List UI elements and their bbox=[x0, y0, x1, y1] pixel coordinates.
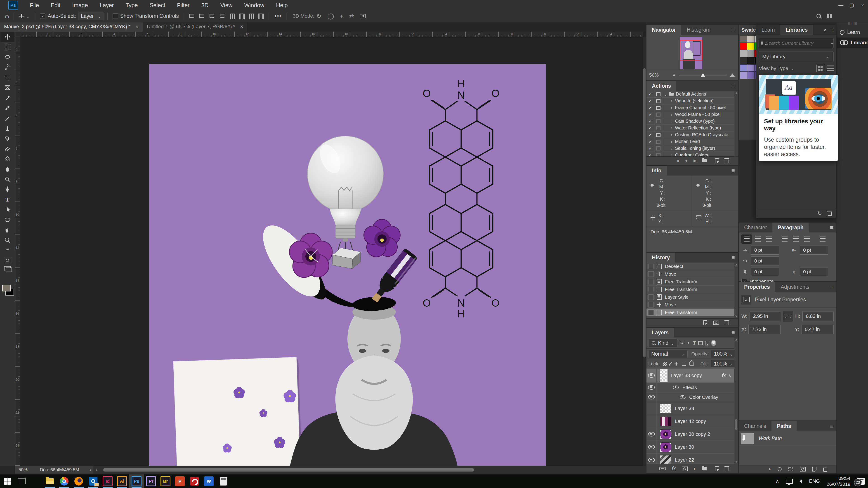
justify-last-right-icon[interactable] bbox=[802, 235, 812, 243]
color-swatch[interactable] bbox=[740, 65, 747, 71]
frame-tool[interactable] bbox=[0, 83, 14, 93]
history-source-checkbox[interactable] bbox=[648, 294, 654, 300]
action-row[interactable]: Wood Frame - 50 pixel bbox=[647, 111, 735, 118]
link-layers-icon[interactable] bbox=[659, 467, 666, 470]
layer-row[interactable]: Layer 30 bbox=[647, 441, 735, 454]
layer-thumbnail[interactable] bbox=[660, 417, 671, 426]
effect-name[interactable]: Effects bbox=[682, 385, 697, 390]
maximize-icon[interactable]: ▢ bbox=[846, 0, 857, 10]
effect-name[interactable]: Color Overlay bbox=[689, 394, 718, 400]
new-group-icon[interactable] bbox=[702, 467, 707, 470]
justify-all-icon[interactable] bbox=[817, 235, 828, 243]
hand-tool[interactable] bbox=[0, 225, 14, 235]
align-left-icon[interactable] bbox=[741, 235, 752, 243]
history-row[interactable]: Move bbox=[647, 270, 735, 278]
layer-thumbnail[interactable] bbox=[660, 369, 667, 381]
quick-mask-icon[interactable] bbox=[0, 256, 14, 265]
blur-tool[interactable] bbox=[0, 164, 14, 174]
status-arrow-icon[interactable]: › bbox=[90, 467, 91, 473]
document-artwork[interactable]: H N O O O O N H bbox=[149, 64, 546, 466]
menu-type[interactable]: Type bbox=[125, 2, 138, 8]
action-check[interactable] bbox=[647, 125, 654, 131]
navigator-zoom-value[interactable]: 50% bbox=[649, 72, 659, 78]
menu-select[interactable]: Select bbox=[150, 2, 165, 8]
visibility-toggle[interactable] bbox=[647, 428, 657, 441]
action-check[interactable] bbox=[647, 131, 654, 138]
align-center-horizontal-icon[interactable] bbox=[199, 14, 206, 18]
expand-icon[interactable] bbox=[668, 105, 675, 110]
color-swatch[interactable] bbox=[740, 72, 747, 78]
tab-libraries[interactable]: Libraries bbox=[780, 25, 813, 35]
close-icon[interactable] bbox=[240, 24, 243, 30]
action-row[interactable]: Water Reflection (type) bbox=[647, 125, 735, 131]
align-left-icon[interactable] bbox=[189, 14, 195, 18]
3d-slide-icon[interactable]: ⇄ bbox=[349, 13, 354, 20]
eraser-tool[interactable] bbox=[0, 143, 14, 154]
tab-paragraph[interactable]: Paragraph bbox=[772, 223, 809, 232]
history-source-checkbox[interactable] bbox=[648, 279, 654, 285]
panel-menu-icon[interactable] bbox=[732, 253, 738, 263]
foreground-color[interactable] bbox=[2, 285, 11, 291]
link-dimensions-icon[interactable] bbox=[783, 311, 793, 322]
history-source-checkbox[interactable] bbox=[648, 264, 654, 269]
visibility-toggle[interactable] bbox=[647, 402, 657, 415]
y-field[interactable]: 0.47 in bbox=[802, 325, 834, 334]
3d-pan-icon[interactable]: + bbox=[340, 13, 343, 20]
tab-channels[interactable]: Channels bbox=[739, 421, 772, 431]
pen-tool[interactable] bbox=[0, 184, 14, 194]
path-selection-tool[interactable] bbox=[0, 204, 14, 215]
layer-row[interactable]: Layer 30 copy 2 bbox=[647, 428, 735, 441]
fx-badge[interactable]: fx bbox=[722, 372, 728, 379]
panel-menu-icon[interactable] bbox=[732, 81, 738, 91]
zoom-slider-thumb[interactable] bbox=[701, 73, 705, 76]
ruler-origin[interactable] bbox=[15, 32, 20, 37]
tray-expand-icon[interactable] bbox=[776, 478, 779, 484]
new-path-icon[interactable] bbox=[812, 467, 816, 471]
zoom-out-icon[interactable] bbox=[672, 74, 676, 76]
align-center-icon[interactable] bbox=[753, 235, 763, 243]
horizontal-scrollbar[interactable]: ‹ bbox=[93, 466, 646, 474]
delete-icon[interactable] bbox=[725, 160, 729, 163]
action-dialog-toggle[interactable] bbox=[654, 98, 662, 104]
action-dialog-toggle[interactable] bbox=[654, 145, 662, 152]
visibility-toggle[interactable] bbox=[647, 415, 657, 428]
move-tool-preset[interactable] bbox=[19, 13, 30, 19]
history-brush-tool[interactable] bbox=[0, 133, 14, 143]
history-row[interactable]: Move bbox=[647, 301, 735, 308]
action-check[interactable] bbox=[647, 91, 654, 97]
edit-toolbar-icon[interactable]: ••• bbox=[0, 245, 14, 253]
opacity-field[interactable]: 100% bbox=[711, 350, 736, 358]
crop-tool[interactable] bbox=[0, 72, 14, 83]
taskbar-photoshop[interactable]: Ps bbox=[129, 475, 144, 488]
action-dialog-toggle[interactable] bbox=[654, 91, 662, 97]
eyedropper-tool[interactable] bbox=[0, 93, 14, 103]
taskbar-task-view[interactable] bbox=[14, 475, 29, 488]
fill-path-icon[interactable] bbox=[768, 467, 771, 471]
history-scrollbar[interactable] bbox=[735, 263, 738, 318]
actions-scrollbar[interactable] bbox=[735, 91, 738, 165]
collapse-effects-icon[interactable]: ∧ bbox=[728, 373, 735, 378]
navigator-thumbnail[interactable] bbox=[680, 37, 702, 69]
stop-icon[interactable] bbox=[677, 159, 679, 163]
quick-selection-tool[interactable] bbox=[0, 62, 14, 72]
tab-adjustments[interactable]: Adjustments bbox=[775, 282, 815, 292]
action-row[interactable]: Frame Channel - 50 pixel bbox=[647, 104, 735, 111]
list-view-icon[interactable] bbox=[827, 66, 834, 71]
layer-thumbnail[interactable] bbox=[660, 443, 671, 452]
tab-history[interactable]: History bbox=[647, 253, 675, 263]
action-dialog-toggle[interactable] bbox=[654, 118, 662, 125]
delete-path-icon[interactable] bbox=[823, 468, 827, 472]
menu-view[interactable]: View bbox=[220, 2, 232, 8]
dock-learn[interactable]: Learn bbox=[837, 27, 868, 37]
action-check[interactable] bbox=[647, 104, 654, 111]
minimize-icon[interactable]: — bbox=[835, 0, 846, 10]
taskbar-firefox[interactable] bbox=[71, 475, 86, 488]
ruler-left[interactable]: 024681012141618202224 bbox=[15, 37, 20, 466]
close-icon[interactable] bbox=[135, 24, 138, 30]
history-source-checkbox[interactable] bbox=[648, 287, 654, 292]
taskbar-indesign[interactable]: Id bbox=[100, 475, 115, 488]
document-tab-1[interactable]: Mauve_2.psd @ 50% (Layer 33 copy, CMYK/8… bbox=[0, 22, 143, 32]
canvas-area[interactable]: 0246810121416182022242628303234 02468101… bbox=[15, 32, 646, 466]
lasso-tool[interactable] bbox=[0, 52, 14, 62]
panel-menu-icon[interactable] bbox=[732, 25, 738, 35]
